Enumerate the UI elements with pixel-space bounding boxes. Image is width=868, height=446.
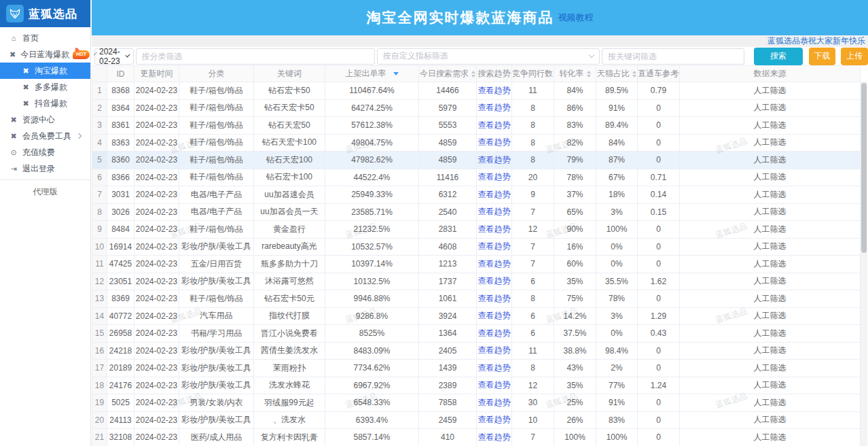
table-row[interactable]: 283642024-02-23鞋子/箱包/饰品钻石天宏卡5064274.25%5… xyxy=(92,99,861,117)
cell-ppc-reference: 0 xyxy=(638,117,680,135)
view-trend-link[interactable]: 查看趋势 xyxy=(478,224,511,234)
cell-category: 电器/电子产品 xyxy=(179,186,254,204)
column-header: 更新时间 xyxy=(134,66,179,82)
table-row[interactable]: 1950252024-02-23男装/女装/内衣羽绒服99元起6548.33%7… xyxy=(92,394,861,412)
view-trend-link[interactable]: 查看趋势 xyxy=(478,380,511,390)
sidebar-item-taobao-hot[interactable]: ✖淘宝爆款 xyxy=(0,63,90,79)
indicator-filter-select[interactable]: 按自定义指标筛选 xyxy=(377,48,600,65)
column-header[interactable]: 竞争同行数 xyxy=(512,66,554,82)
cell-tmall-share: 91% xyxy=(596,394,638,412)
view-trend-link[interactable]: 查看趋势 xyxy=(478,415,511,424)
cell-keyword: 沐浴露可悠然 xyxy=(254,273,325,290)
table-row[interactable]: 11474252024-02-23五金/日用百货瓶多多助力十刀10397.14%… xyxy=(92,256,861,273)
view-trend-link[interactable]: 查看趋势 xyxy=(478,276,511,286)
view-trend-link[interactable]: 查看趋势 xyxy=(478,328,511,338)
table-row[interactable]: 183682024-02-23鞋子/箱包/饰品钻石宏卡50110467.64%1… xyxy=(92,82,861,100)
view-trend-link[interactable]: 查看趋势 xyxy=(478,259,511,269)
search-button[interactable]: 搜索 xyxy=(754,48,802,65)
cell-competitors: 8 xyxy=(512,134,554,152)
cell-id: 3026 xyxy=(107,203,134,221)
sidebar-item-recharge[interactable]: ⊙充值续费 xyxy=(0,144,90,160)
table-row[interactable]: 730312024-02-23电器/电子产品uu加器速会员25949.33%63… xyxy=(92,186,861,204)
sort-desc-active-icon[interactable] xyxy=(393,72,399,75)
view-trend-link[interactable]: 查看趋势 xyxy=(478,398,511,407)
column-header[interactable]: 今日搜索需求 xyxy=(419,66,477,82)
view-trend-link[interactable]: 查看趋势 xyxy=(478,363,511,373)
column-header[interactable]: 上架出单率 xyxy=(325,66,419,82)
table-row[interactable]: 21321082024-02-23医药/成人用品复方利卡因乳膏5857.14%4… xyxy=(92,429,861,446)
cell-conversion-rate: 78% xyxy=(554,169,596,186)
cell-listing-rate: 8483.09% xyxy=(325,342,419,360)
view-trend-link[interactable]: 查看趋势 xyxy=(478,294,511,303)
sidebar-item-resource-center[interactable]: ✖资源中心 xyxy=(0,112,90,128)
cell-conversion-rate: 35% xyxy=(554,273,596,290)
cell-keyword: 复方利卡因乳膏 xyxy=(254,429,325,446)
cell-data-source: 人工筛选 xyxy=(680,411,861,429)
table-row[interactable]: 830262024-02-23电器/电子产品uu加器会员一天23585.71%2… xyxy=(92,203,861,221)
keyword-filter-input[interactable] xyxy=(602,48,744,65)
column-header: 搜索趋势 xyxy=(477,66,512,82)
cell-search-demand: 1213 xyxy=(419,256,477,273)
table-row[interactable]: 583602024-02-23鞋子/箱包/饰品钻石天宏10047982.62%4… xyxy=(92,152,861,169)
date-select[interactable]: 2024-02-23 xyxy=(94,48,134,65)
sidebar-item-member-free-tools[interactable]: ✖会员免费工具 xyxy=(0,128,90,144)
view-trend-link[interactable]: 查看趋势 xyxy=(478,137,511,147)
scrollbar-thumb[interactable] xyxy=(861,83,867,253)
view-trend-link[interactable]: 查看趋势 xyxy=(478,241,511,251)
table-row[interactable]: 984842024-02-23鞋子/箱包/饰品黄金盈行21232.5%2831查… xyxy=(92,221,861,239)
cell-update-date: 2024-02-23 xyxy=(134,203,179,221)
table-row[interactable]: 683662024-02-23鞋子/箱包/饰品钻石宏卡10044522.4%11… xyxy=(92,169,861,186)
table-row[interactable]: 18241762024-02-23彩妆/护肤/美妆工具洗发水蜂花6967.92%… xyxy=(92,377,861,394)
table-row[interactable]: 14407722024-02-23汽车用品指纹代打膜9286.8%3924查看趋… xyxy=(92,307,861,325)
cell-keyword: 钻石宏卡50 xyxy=(254,82,325,100)
sidebar-item-duoduo-hot[interactable]: ✖多多爆款 xyxy=(0,79,90,95)
table-row[interactable]: 20241132024-02-23彩妆/护肤/美妆工具、洗发水6393.4%24… xyxy=(92,411,861,429)
sidebar-item-label: 资源中心 xyxy=(22,114,55,126)
table-row[interactable]: 483632024-02-23鞋子/箱包/饰品钻石天宏卡10049804.75%… xyxy=(92,134,861,152)
table-row[interactable]: 383612024-02-23鞋子/箱包/饰品钻石天宏5057612.38%55… xyxy=(92,117,861,135)
view-trend-link[interactable]: 查看趋势 xyxy=(478,311,511,320)
sidebar-item-today-hot[interactable]: ✖今日蓝海爆款HOT xyxy=(0,46,90,63)
hot-flame-badge: HOT xyxy=(73,50,90,59)
column-header[interactable]: 转化率 xyxy=(554,66,596,82)
vertical-scrollbar[interactable] xyxy=(861,82,867,446)
table-row[interactable]: 17201892024-02-23彩妆/护肤/美妆工具茉雨粉扑7734.62%1… xyxy=(92,360,861,377)
sort-toggle-icon[interactable] xyxy=(471,71,475,78)
upload-button[interactable]: 上传 xyxy=(841,48,868,65)
view-trend-link[interactable]: 查看趋势 xyxy=(478,120,511,130)
sort-toggle-icon[interactable] xyxy=(587,71,591,78)
table-row[interactable]: 10169142024-02-23彩妆/护肤/美妆工具rarebeauty高光1… xyxy=(92,238,861,256)
table-row[interactable]: 1383692024-02-23鞋子/箱包/饰品钻石宏卡50元9946.88%1… xyxy=(92,290,861,308)
view-trend-link[interactable]: 查看趋势 xyxy=(478,207,511,216)
view-trend-link[interactable]: 查看趋势 xyxy=(478,190,511,199)
sort-toggle-icon[interactable] xyxy=(632,71,636,78)
table-head: ID更新时间分类关键词上架出单率今日搜索需求搜索趋势竞争同行数转化率天猫占比直通… xyxy=(92,66,861,82)
video-tutorial-link[interactable]: 视频教程 xyxy=(558,12,594,24)
sidebar-item-label: 充值续费 xyxy=(22,147,55,158)
column-header[interactable]: 天猫占比 xyxy=(596,66,638,82)
view-trend-link[interactable]: 查看趋势 xyxy=(478,172,511,182)
view-trend-link[interactable]: 查看趋势 xyxy=(478,103,511,112)
category-filter-input[interactable] xyxy=(136,48,375,65)
cell-update-date: 2024-02-23 xyxy=(134,342,179,360)
view-trend-link[interactable]: 查看趋势 xyxy=(478,432,511,442)
cell-data-source: 人工筛选 xyxy=(680,99,861,117)
cell-listing-rate: 6967.92% xyxy=(325,377,419,394)
table-row[interactable]: 12230512024-02-23彩妆/护肤/美妆工具沐浴露可悠然10132.5… xyxy=(92,273,861,290)
cell-listing-rate: 6393.4% xyxy=(325,411,419,429)
column-header[interactable]: 直通车参考价 xyxy=(638,66,680,82)
sidebar-item-label: 会员免费工具 xyxy=(22,131,71,142)
cell-update-date: 2024-02-23 xyxy=(134,186,179,204)
view-trend-link[interactable]: 查看趋势 xyxy=(478,86,511,95)
cell-competitors: 8 xyxy=(512,117,554,135)
page-title: 淘宝全网实时爆款蓝海商品 xyxy=(367,8,554,27)
sidebar-item-logout[interactable]: ⇥退出登录 xyxy=(0,160,90,177)
table-row[interactable]: 16242182024-02-23彩妆/护肤/美妆工具茜倩生姜洗发水8483.0… xyxy=(92,342,861,360)
view-trend-link[interactable]: 查看趋势 xyxy=(478,155,511,165)
cell-id: 8368 xyxy=(107,82,134,100)
table-row[interactable]: 15269582024-02-23书籍/学习用品晋江小说免费看8525%1364… xyxy=(92,325,861,343)
sidebar-item-home[interactable]: ⌂首页 xyxy=(0,30,90,46)
sidebar-item-douyin-hot[interactable]: ✖抖音爆款 xyxy=(0,95,90,112)
view-trend-link[interactable]: 查看趋势 xyxy=(478,345,511,355)
download-button[interactable]: 下载 xyxy=(809,48,836,65)
